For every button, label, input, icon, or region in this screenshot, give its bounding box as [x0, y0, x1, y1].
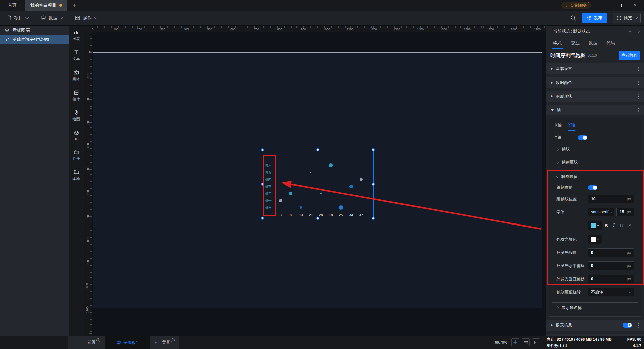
strip-item-media[interactable]: 媒体 [73, 69, 80, 82]
diamond-icon [564, 3, 569, 8]
background-button[interactable]: 背景 + [162, 340, 175, 345]
glow-color-picker[interactable] [588, 235, 602, 244]
tab-y-axis[interactable]: Y轴 [568, 122, 575, 131]
add-foreground-icon[interactable]: + [96, 338, 100, 342]
tooltip-toggle[interactable] [623, 323, 632, 328]
component-title-row: 时间序列气泡图 v0.1.0 查看教程 [546, 49, 644, 62]
selection-handle-sw[interactable] [261, 217, 264, 220]
restore-button[interactable] [612, 0, 627, 11]
ruler-tick [90, 195, 92, 196]
home-tab[interactable]: 首页 [0, 0, 25, 11]
new-tab-button[interactable]: + [67, 0, 82, 11]
ruler-label: 1500 [440, 28, 447, 31]
tab-x-axis[interactable]: X轴 [555, 122, 562, 131]
fit-view-button[interactable] [511, 338, 519, 346]
strip-item-3d[interactable]: 3D [73, 130, 79, 141]
show-axis-name-collapse[interactable]: 显示轴名称 [552, 302, 638, 313]
font-size-input[interactable]: 15 px [616, 208, 634, 216]
add-board-button[interactable]: + [154, 339, 157, 345]
section-basic-settings[interactable]: 基本设置 [546, 63, 644, 74]
section-axis[interactable]: 轴 [546, 105, 644, 115]
ruler-corner [84, 26, 92, 32]
ruler-tick [542, 26, 542, 28]
strip-item-text[interactable]: 文本 [73, 49, 80, 61]
menu-actions[interactable]: 操作 [68, 15, 103, 21]
font-color-picker[interactable] [588, 221, 602, 230]
glow-h-offset-input[interactable]: 0 px [588, 261, 634, 270]
selection-handle-w[interactable] [261, 183, 264, 186]
strikethrough-button[interactable]: S [628, 223, 631, 228]
axis-tick-line-collapse[interactable]: 轴刻度线 [552, 157, 638, 167]
section-tooltip[interactable]: 提示信息 [546, 320, 644, 331]
axis-line-label: 轴线 [561, 146, 570, 152]
console-icon [534, 340, 539, 345]
bubble-chart-component[interactable]: 周六周五周四周三周二周一周日3813212818253437 [263, 150, 374, 219]
add-state-button[interactable]: + [628, 28, 632, 35]
tab-code[interactable]: 代码 [606, 37, 615, 49]
kebab-menu-icon[interactable] [638, 325, 639, 326]
y-axis-toggle[interactable] [578, 135, 587, 140]
selection-handle-se[interactable] [372, 217, 375, 220]
chevron-right-icon[interactable] [637, 30, 640, 33]
axis-line-collapse[interactable]: 轴线 [552, 144, 638, 154]
tick-value-toggle[interactable] [588, 185, 597, 190]
ruler-tick [90, 223, 92, 223]
subboard-tab[interactable]: 子看板1 [105, 336, 150, 349]
preview-button[interactable]: 预览 [613, 13, 641, 23]
close-button[interactable]: × [628, 0, 642, 11]
layer-item-bubble-chart[interactable]: 基础时间序列气泡图 [0, 35, 69, 44]
custom-service-badge[interactable]: 定制服务 [561, 2, 591, 9]
search-icon[interactable] [570, 15, 576, 21]
selection-handle-n[interactable] [316, 148, 319, 151]
shortcut-keyboard-button[interactable] [522, 338, 530, 346]
font-family-select[interactable]: sans-serif [588, 208, 614, 216]
publish-button[interactable]: 发布 [582, 13, 607, 23]
rotate-select[interactable]: 不旋转 [588, 288, 634, 296]
tab-style[interactable]: 样式 [553, 37, 562, 49]
section-shape[interactable]: 图形形状 [546, 91, 644, 102]
background-label: 背景 [162, 340, 170, 345]
menu-data[interactable]: 数据 [34, 15, 68, 21]
selection-handle-e[interactable] [372, 183, 375, 186]
section-data-colors[interactable]: 数据颜色 [546, 77, 644, 88]
underline-button[interactable]: U [620, 223, 623, 228]
ruler-tick [261, 26, 261, 28]
selection-handle-ne[interactable] [372, 148, 375, 151]
ruler-tick [448, 26, 449, 28]
canvas[interactable]: 0100200300400500600700800900100011001200… [84, 26, 546, 336]
italic-button[interactable]: I [613, 223, 615, 228]
ruler-tick [486, 26, 486, 28]
strip-item-charts[interactable]: 图表 [73, 29, 80, 41]
bold-button[interactable]: B [605, 223, 608, 228]
kebab-menu-icon[interactable] [638, 110, 639, 111]
selection-handle-nw[interactable] [261, 148, 264, 151]
console-button[interactable] [532, 338, 540, 346]
strip-item-widgets[interactable]: 控件 [73, 90, 80, 102]
tab-data[interactable]: 数据 [589, 37, 597, 49]
project-tab[interactable]: 我的空白项目 [25, 0, 67, 11]
offset-input[interactable]: 10 px [588, 195, 634, 203]
selection-handle-s[interactable] [316, 217, 319, 220]
ruler-tick [90, 301, 92, 301]
kebab-menu-icon[interactable] [638, 82, 639, 83]
strip-item-local[interactable]: 本地 [73, 169, 80, 181]
glow-v-offset-input[interactable]: 0 px [588, 275, 634, 283]
tick-value-header[interactable]: 轴刻度值 [552, 171, 638, 180]
minimize-button[interactable]: — [597, 0, 611, 11]
foreground-button[interactable]: 前景 + [88, 340, 100, 345]
kebab-menu-icon[interactable] [638, 96, 639, 97]
add-background-icon[interactable]: + [171, 338, 175, 342]
kebab-menu-icon[interactable] [638, 68, 639, 69]
tutorial-button[interactable]: 查看教程 [619, 51, 640, 60]
zoom-level[interactable]: 69.79% [495, 340, 507, 344]
rotate-row: 轴刻度值旋转 不旋转 [552, 288, 638, 296]
menu-project[interactable]: 项目 [0, 15, 34, 21]
tab-interaction[interactable]: 交互 [571, 37, 580, 49]
ruler-tick [90, 270, 92, 270]
section-label: 图形形状 [556, 94, 572, 99]
ruler-tick [282, 26, 282, 28]
strip-item-map[interactable]: 地图 [73, 110, 80, 122]
ruler-tick [97, 26, 98, 28]
strip-item-kits[interactable]: 套件 [73, 149, 80, 161]
glow-amount-input[interactable]: 0 px [588, 248, 634, 257]
